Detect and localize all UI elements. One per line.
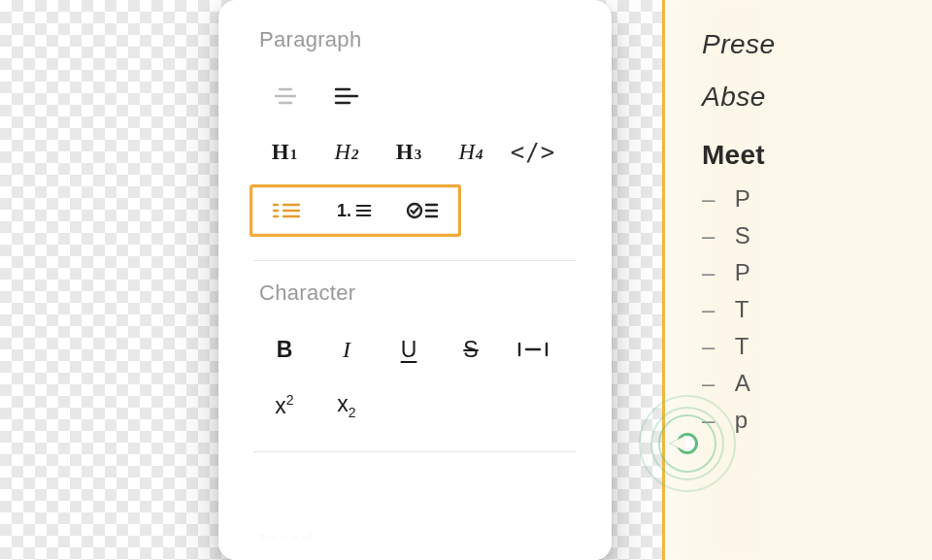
underline-button[interactable]: U: [378, 326, 440, 373]
row-indent: [218, 68, 612, 124]
italic-button[interactable]: I: [316, 326, 378, 373]
subscript-label: x2: [337, 391, 355, 420]
checklist-button[interactable]: [388, 187, 456, 234]
formatting-popover: Paragraph H1: [218, 0, 612, 560]
checklist-icon: [405, 193, 440, 228]
section-divider: [253, 260, 577, 261]
h3-label: H3: [396, 140, 421, 165]
heading4-button[interactable]: H4: [440, 129, 502, 176]
numbered-list-button[interactable]: 1.: [320, 187, 388, 234]
outdent-button[interactable]: [253, 73, 316, 119]
heading3-button[interactable]: H3: [378, 129, 440, 176]
section-label-character: Character: [218, 280, 612, 306]
document-preview: Prese Abse Meet –P –S –P –T –T –A –p: [662, 0, 932, 560]
outdent-icon: [267, 79, 302, 114]
code-icon: </>: [511, 139, 555, 166]
row-character-script: x2 x2: [218, 378, 612, 434]
bold-button[interactable]: B: [253, 326, 316, 373]
codeblock-button[interactable]: </>: [502, 129, 564, 176]
row-lists-highlight: 1.: [250, 184, 461, 237]
monospace-icon: [516, 332, 550, 367]
h1-label: H1: [272, 140, 297, 165]
h4-label: H4: [458, 140, 483, 165]
numbered-list-icon: 1.: [337, 193, 372, 228]
indent-icon: [329, 79, 364, 114]
superscript-label: x2: [275, 392, 293, 419]
superscript-button[interactable]: x2: [253, 382, 316, 429]
indent-button[interactable]: [316, 73, 378, 119]
subscript-button[interactable]: x2: [316, 382, 378, 429]
bulleted-list-button[interactable]: [252, 187, 320, 234]
row-character-basic: B I U S: [218, 321, 612, 378]
bulleted-list-icon: [269, 193, 304, 228]
strikethrough-button[interactable]: S: [440, 326, 502, 373]
h2-label: H2: [334, 140, 358, 165]
panel-bottom-fade: [218, 511, 612, 560]
heading1-button[interactable]: H1: [253, 129, 316, 176]
row-headings: H1 H2 H3 H4 </>: [218, 124, 612, 181]
heading2-button[interactable]: H2: [316, 129, 378, 176]
section-divider: [253, 451, 577, 452]
section-label-paragraph: Paragraph: [218, 27, 612, 52]
doc-fade-overlay: [893, 0, 932, 560]
monospace-button[interactable]: [502, 326, 564, 373]
